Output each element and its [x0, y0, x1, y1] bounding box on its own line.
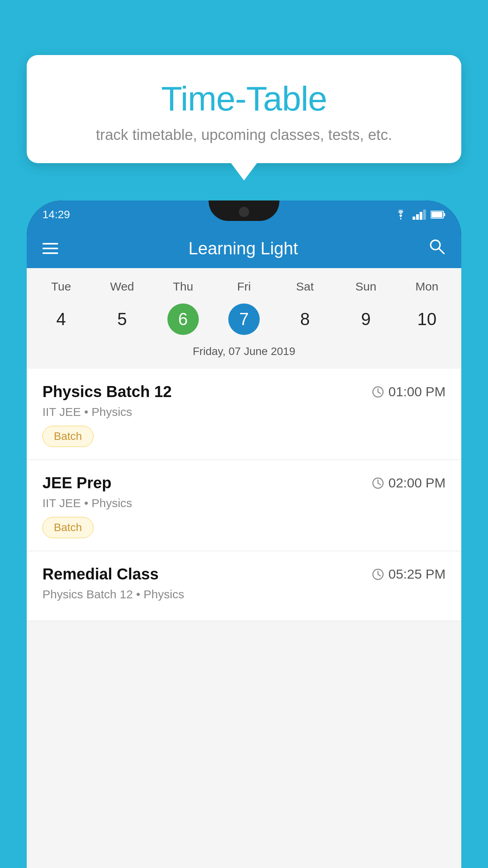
clock-icon-1 — [372, 386, 384, 398]
status-bar: 14:29 — [27, 200, 461, 229]
calendar-dates: 4 5 6 7 8 9 10 — [27, 299, 461, 340]
schedule-title-3: Remedial Class — [42, 565, 159, 583]
signal-icon — [413, 210, 426, 220]
schedule-item-header-1: Physics Batch 12 01:00 PM — [42, 383, 446, 401]
app-toolbar: Learning Light — [27, 229, 461, 268]
schedule-item-header-2: JEE Prep 02:00 PM — [42, 474, 446, 492]
svg-line-14 — [378, 483, 380, 485]
batch-badge-2: Batch — [42, 517, 94, 538]
phone-frame: 14:29 — [27, 200, 461, 868]
clock-icon-3 — [372, 568, 384, 581]
schedule-time-3: 05:25 PM — [372, 566, 446, 582]
calendar-date-8[interactable]: 8 — [275, 299, 336, 340]
svg-rect-3 — [423, 210, 426, 220]
wifi-icon — [394, 210, 408, 220]
calendar-section: Tue Wed Thu Fri Sat Sun Mon 4 5 6 7 8 9 … — [27, 268, 461, 369]
svg-rect-6 — [431, 212, 442, 217]
phone-screen: Tue Wed Thu Fri Sat Sun Mon 4 5 6 7 8 9 … — [27, 268, 461, 868]
svg-line-11 — [378, 392, 380, 394]
calendar-date-4[interactable]: 4 — [31, 299, 92, 340]
schedule-item-jee-prep[interactable]: JEE Prep 02:00 PM IIT JEE • Physics Batc… — [27, 460, 461, 551]
svg-rect-0 — [413, 217, 415, 220]
selected-date-label: Friday, 07 June 2019 — [27, 340, 461, 365]
schedule-subtitle-2: IIT JEE • Physics — [42, 497, 446, 510]
day-label-fri: Fri — [213, 276, 274, 297]
svg-rect-1 — [416, 214, 419, 220]
calendar-date-10[interactable]: 10 — [396, 299, 457, 340]
svg-rect-2 — [420, 212, 422, 220]
time-text-2: 02:00 PM — [388, 475, 446, 491]
time-text-1: 01:00 PM — [388, 384, 446, 399]
app-title: Learning Light — [189, 239, 298, 258]
search-button[interactable] — [428, 238, 446, 259]
calendar-date-7[interactable]: 7 — [213, 299, 274, 340]
time-text-3: 05:25 PM — [388, 566, 446, 582]
schedule-item-remedial-class[interactable]: Remedial Class 05:25 PM Physics Batch 12… — [27, 551, 461, 621]
svg-line-8 — [439, 248, 444, 254]
camera-dot — [239, 207, 249, 217]
clock-icon-2 — [372, 477, 384, 489]
schedule-list: Physics Batch 12 01:00 PM IIT JEE • Phys… — [27, 369, 461, 621]
menu-button[interactable] — [42, 243, 58, 254]
batch-badge-1: Batch — [42, 426, 94, 447]
calendar-date-6[interactable]: 6 — [152, 299, 213, 340]
day-label-mon: Mon — [396, 276, 457, 297]
day-label-sun: Sun — [336, 276, 396, 297]
tooltip-card: Time-Table track timetable, upcoming cla… — [27, 55, 461, 163]
day-label-tue: Tue — [31, 276, 92, 297]
tooltip-subtitle: track timetable, upcoming classes, tests… — [46, 127, 442, 143]
calendar-date-9[interactable]: 9 — [336, 299, 396, 340]
schedule-time-2: 02:00 PM — [372, 475, 446, 491]
schedule-time-1: 01:00 PM — [372, 384, 446, 399]
svg-line-17 — [378, 574, 380, 576]
schedule-title-1: Physics Batch 12 — [42, 383, 172, 401]
calendar-days-header: Tue Wed Thu Fri Sat Sun Mon — [27, 276, 461, 297]
calendar-date-5[interactable]: 5 — [92, 299, 152, 340]
svg-rect-5 — [444, 213, 445, 216]
status-icons — [394, 210, 446, 220]
schedule-title-2: JEE Prep — [42, 474, 112, 492]
day-label-wed: Wed — [92, 276, 152, 297]
schedule-item-physics-batch-12[interactable]: Physics Batch 12 01:00 PM IIT JEE • Phys… — [27, 369, 461, 460]
battery-icon — [431, 210, 446, 219]
day-label-sat: Sat — [275, 276, 336, 297]
schedule-subtitle-1: IIT JEE • Physics — [42, 405, 446, 419]
schedule-item-header-3: Remedial Class 05:25 PM — [42, 565, 446, 583]
day-label-thu: Thu — [152, 276, 213, 297]
schedule-subtitle-3: Physics Batch 12 • Physics — [42, 588, 446, 601]
status-time: 14:29 — [42, 208, 70, 221]
tooltip-title: Time-Table — [46, 79, 442, 119]
